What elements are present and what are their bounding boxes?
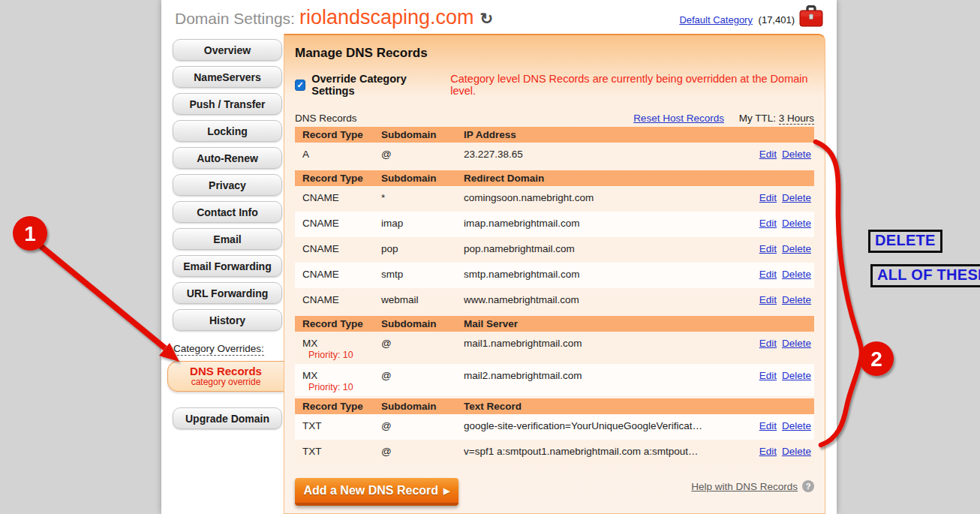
edit-record-link[interactable]: Edit [759,218,777,229]
sidebar-item-email-forwarding[interactable]: Email Forwarding [173,255,282,277]
refresh-icon[interactable]: ↻ [480,10,494,27]
edit-record-link[interactable]: Edit [759,269,777,280]
record-actions-cell: EditDelete [743,338,814,349]
column-header: Record Type [295,401,381,412]
record-value-cell: comingsoon.namebright.com [464,192,743,203]
dns-table-header: Record TypeSubdomainText Record [295,398,814,414]
question-mark-icon[interactable]: ? [802,480,814,492]
column-header: IP Address [464,129,743,140]
sidebar-item-locking[interactable]: Locking [173,120,282,142]
ttl-label: My TTL: [739,113,776,124]
edit-record-link[interactable]: Edit [759,243,777,254]
sidebar-item-nameservers[interactable]: NameServers [173,66,282,88]
record-value-cell: mail1.namebrightmail.com [464,338,743,349]
dns-table-header: Record TypeSubdomainMail Server [295,316,814,332]
ttl-value[interactable]: 3 Hours [779,113,814,125]
sidebar-item-overview[interactable]: Overview [173,39,282,61]
delete-record-link[interactable]: Delete [782,420,811,431]
delete-record-link[interactable]: Delete [782,218,811,229]
record-actions-cell: EditDelete [743,269,814,280]
override-checkbox-label[interactable]: Override Category Settings [311,73,444,97]
sidebar-item-history[interactable]: History [173,309,282,331]
record-subdomain-cell: @ [381,338,464,349]
record-subdomain-cell: imap [381,218,464,229]
sidebar-item-label: Email [213,233,241,245]
column-header: Mail Server [464,318,743,329]
edit-record-link[interactable]: Edit [759,370,777,381]
column-header: Subdomain [381,401,464,412]
record-value-cell: pop.namebrightmail.com [464,243,743,254]
briefcase-icon[interactable] [799,5,823,28]
record-type-cell: CNAME [295,192,381,203]
column-header: Text Record [464,401,743,412]
delete-record-link[interactable]: Delete [782,269,811,280]
sidebar-item-label: NameServers [194,71,261,83]
override-category-checkbox[interactable]: ✓ [295,80,305,91]
step1-arrow [39,245,179,362]
record-type: CNAME [302,243,381,254]
record-type-cell: MXPriority: 10 [295,338,381,360]
delete-record-link[interactable]: Delete [782,446,811,457]
dns-record-row: TXT@v=spf1 a:smtpout1.namebrightmail.com… [295,440,814,465]
sidebar-item-dns-records[interactable]: DNS Records category override [167,361,284,392]
edit-record-link[interactable]: Edit [759,446,777,457]
record-actions-cell: EditDelete [743,243,814,254]
manage-dns-panel: Manage DNS Records ✓ Override Category S… [284,34,825,514]
sidebar-item-label: Contact Info [197,206,258,218]
delete-record-link[interactable]: Delete [782,294,811,305]
edit-record-link[interactable]: Edit [759,338,777,349]
ttl-group: My TTL: 3 Hours [739,113,814,124]
default-category-link[interactable]: Default Category [679,14,753,26]
dns-table: Record TypeSubdomainIP AddressA@23.227.3… [295,127,814,465]
sidebar-item-label: URL Forwarding [187,287,269,299]
add-dns-record-label: Add a New DNS Record [303,484,438,497]
record-type-cell: CNAME [295,218,381,229]
edit-record-link[interactable]: Edit [759,149,777,160]
record-type: MX [302,338,381,349]
record-type: TXT [302,446,381,457]
category-overrides-label[interactable]: Category Overrides: [173,343,264,356]
reset-host-records-link[interactable]: Reset Host Records [633,113,724,124]
record-value-cell: www.namebrightmail.com [464,294,743,305]
add-dns-record-button[interactable]: Add a New DNS Record ▶ [295,478,458,506]
edit-record-link[interactable]: Edit [759,294,777,305]
sidebar-item-upgrade-domain[interactable]: Upgrade Domain [173,407,282,429]
record-type: CNAME [302,269,381,280]
annotation-delete-label: DELETE [868,230,942,253]
page-title: Domain Settings: [175,10,295,27]
record-value-cell: google-site-verification=YourUniqueGoogl… [464,420,743,431]
dns-record-row: TXT@google-site-verification=YourUniqueG… [295,414,814,440]
step1-circle: 1 [13,216,47,251]
sidebar-item-url-forwarding[interactable]: URL Forwarding [173,282,282,304]
sidebar-item-label: Auto-Renew [197,152,258,164]
record-value-cell: smtp.namebrightmail.com [464,269,743,280]
record-subdomain-cell: pop [381,243,464,254]
dns-record-row: MXPriority: 10@mail1.namebrightmail.comE… [295,332,814,364]
sidebar-item-auto-renew[interactable]: Auto-Renew [173,147,282,169]
dns-record-row: CNAMEpoppop.namebrightmail.comEditDelete [295,237,814,263]
page-header: Domain Settings:riolandscaping.com↻ Defa… [161,0,837,34]
sidebar-item-privacy[interactable]: Privacy [173,174,282,196]
edit-record-link[interactable]: Edit [759,192,777,203]
delete-record-link[interactable]: Delete [782,338,811,349]
dns-record-row: A@23.227.38.65EditDelete [295,143,814,168]
record-priority: Priority: 10 [302,382,381,392]
delete-record-link[interactable]: Delete [782,370,811,381]
delete-record-link[interactable]: Delete [782,192,811,203]
category-count: (17,401) [759,14,795,26]
column-header: Record Type [295,318,381,329]
delete-record-link[interactable]: Delete [782,149,811,160]
record-type-cell: CNAME [295,269,381,280]
sidebar-item-email[interactable]: Email [173,228,282,250]
help-dns-records-link[interactable]: Help with DNS Records [691,481,798,492]
column-header: Record Type [295,129,381,140]
sidebar-item-label: Overview [204,44,251,56]
sidebar-item-push-transfer[interactable]: Push / Transfer [173,93,282,115]
edit-record-link[interactable]: Edit [759,420,777,431]
sidebar-item-contact-info[interactable]: Contact Info [173,201,282,223]
record-subdomain-cell: @ [381,420,464,431]
sidebar-item-label: Privacy [209,179,246,191]
dns-records-title: DNS Records [168,365,284,377]
delete-record-link[interactable]: Delete [782,243,811,254]
dns-record-row: MXPriority: 10@mail2.namebrightmail.comE… [295,364,814,396]
